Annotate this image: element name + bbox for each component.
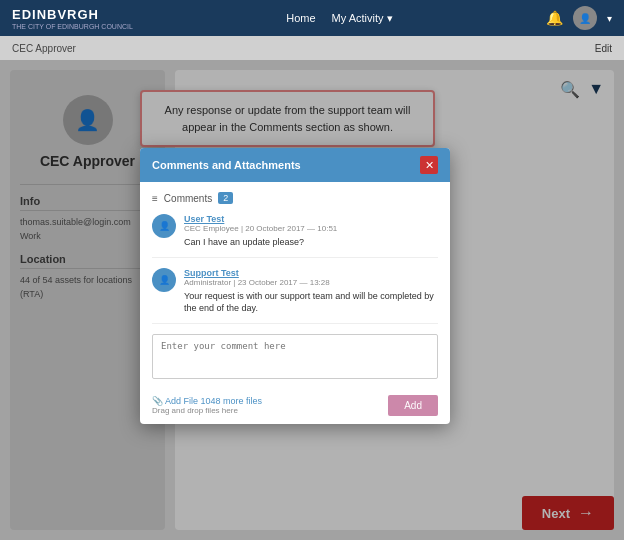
logo-subtitle: THE CITY OF EDINBURGH COUNCIL <box>12 23 133 31</box>
modal-body: ≡ Comments 2 👤 User Test CEC Employee | … <box>140 182 450 389</box>
modal-footer: 📎 Add File 1048 more files Drag and drop… <box>140 389 450 424</box>
nav-links: Home My Activity ▾ <box>286 12 392 25</box>
logo-text: EDINBVRGH <box>12 7 99 22</box>
breadcrumb: CEC Approver <box>12 43 76 54</box>
comments-count: 2 <box>218 192 233 204</box>
comments-text: Comments <box>164 193 212 204</box>
home-link[interactable]: Home <box>286 12 315 24</box>
nav-right: 🔔 👤 ▾ <box>546 6 612 30</box>
comment-author-2[interactable]: Support Test <box>184 268 438 278</box>
comment-meta-1: CEC Employee | 20 October 2017 — 10:51 <box>184 224 438 233</box>
activity-link[interactable]: My Activity ▾ <box>332 12 393 25</box>
comment-text-1: Can I have an update please? <box>184 236 438 249</box>
comment-avatar-1: 👤 <box>152 214 176 238</box>
comment-content-2: Support Test Administrator | 23 October … <box>184 268 438 315</box>
comment-meta-2: Administrator | 23 October 2017 — 13:28 <box>184 278 438 287</box>
modal-header: Comments and Attachments ✕ <box>140 148 450 182</box>
chevron-down-icon[interactable]: ▾ <box>607 13 612 24</box>
drag-drop-label: Drag and drop files here <box>152 406 262 415</box>
modal-close-button[interactable]: ✕ <box>420 156 438 174</box>
modal-title: Comments and Attachments <box>152 159 301 171</box>
bell-icon[interactable]: 🔔 <box>546 10 563 26</box>
edit-link[interactable]: Edit <box>595 43 612 54</box>
comment-input-area[interactable] <box>152 334 438 379</box>
avatar[interactable]: 👤 <box>573 6 597 30</box>
comment-avatar-2: 👤 <box>152 268 176 292</box>
comments-modal: Comments and Attachments ✕ ≡ Comments 2 … <box>140 148 450 424</box>
comments-header: ≡ Comments 2 <box>152 192 438 204</box>
top-navigation: EDINBVRGH THE CITY OF EDINBURGH COUNCIL … <box>0 0 624 36</box>
comment-input[interactable] <box>161 341 429 361</box>
paperclip-icon: 📎 <box>152 396 163 406</box>
comment-author-1[interactable]: User Test <box>184 214 438 224</box>
add-file-section: 📎 Add File 1048 more files Drag and drop… <box>152 396 262 415</box>
comments-label: ≡ <box>152 193 158 204</box>
comment-text-2: Your request is with our support team an… <box>184 290 438 315</box>
comment-content-1: User Test CEC Employee | 20 October 2017… <box>184 214 438 249</box>
sub-bar: CEC Approver Edit <box>0 36 624 60</box>
logo: EDINBVRGH THE CITY OF EDINBURGH COUNCIL <box>12 5 133 31</box>
main-content: 👤 CEC Approver Info thomas.suitable@logi… <box>0 60 624 540</box>
comment-item-1: 👤 User Test CEC Employee | 20 October 20… <box>152 214 438 258</box>
add-comment-button[interactable]: Add <box>388 395 438 416</box>
add-file-link[interactable]: 📎 Add File 1048 more files <box>152 396 262 406</box>
comment-item-2: 👤 Support Test Administrator | 23 Octobe… <box>152 268 438 324</box>
